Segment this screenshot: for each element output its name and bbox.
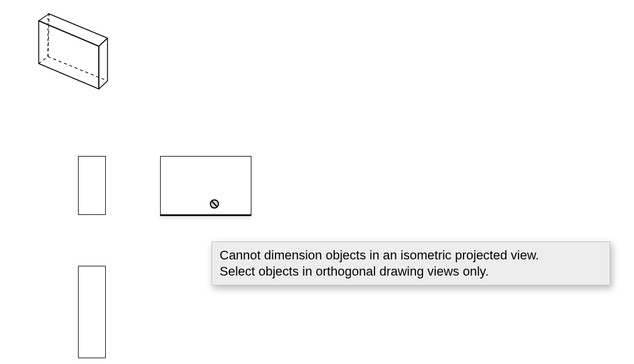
- isometric-wireframe-icon: [19, 6, 109, 104]
- tooltip-line-1: Cannot dimension objects in an isometric…: [220, 247, 602, 263]
- ortho-view-side-a[interactable]: [78, 156, 106, 215]
- selected-edge-highlight: [160, 215, 251, 216]
- not-allowed-icon: [210, 199, 219, 209]
- drawing-canvas[interactable]: Cannot dimension objects in an isometric…: [0, 0, 634, 364]
- warning-tooltip: Cannot dimension objects in an isometric…: [212, 242, 610, 285]
- tooltip-line-2: Select objects in orthogonal drawing vie…: [220, 263, 602, 280]
- isometric-box-view[interactable]: [19, 6, 109, 104]
- ortho-view-front[interactable]: [160, 156, 251, 215]
- ortho-view-side-b[interactable]: [78, 266, 106, 358]
